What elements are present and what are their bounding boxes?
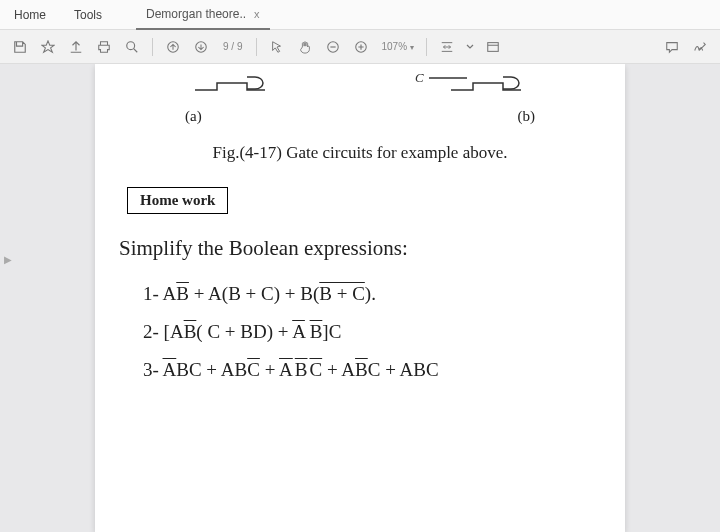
page-down-icon[interactable] [189, 35, 213, 59]
circuit-a [155, 64, 315, 94]
expression-2: 2- [AB( C + BD) + A B]C [143, 313, 605, 351]
text: + A(B + C) + B( [189, 283, 319, 304]
text: 1- A [143, 283, 176, 304]
overline: B [355, 359, 368, 380]
circuit-b: C [405, 64, 565, 94]
separator [426, 38, 427, 56]
overline: B [176, 283, 189, 304]
document-page: C (a) (b) Fig.(4-17) Gate circuits for e… [95, 64, 625, 532]
expression-3: 3- ABC + ABC + A B C + ABC + ABC [143, 351, 605, 389]
figure-label-b: (b) [518, 108, 536, 125]
overline: B [310, 321, 323, 342]
toolbar: 9 / 9 107% ▾ [0, 30, 720, 64]
comment-icon[interactable] [660, 35, 684, 59]
text: + A [322, 359, 355, 380]
overline: A [163, 359, 177, 380]
read-mode-icon[interactable] [481, 35, 505, 59]
separator [152, 38, 153, 56]
homework-box: Home work [127, 187, 228, 214]
text: 3- [143, 359, 163, 380]
overline: A [292, 321, 305, 342]
page-sep: / [231, 41, 234, 52]
separator [256, 38, 257, 56]
text: C + ABC [368, 359, 439, 380]
fit-width-icon[interactable] [435, 35, 459, 59]
zoom-value: 107% [381, 41, 407, 52]
expression-1: 1- AB + A(B + C) + B(B + C). [143, 275, 605, 313]
search-icon[interactable] [120, 35, 144, 59]
text: BC + AB [176, 359, 247, 380]
close-icon[interactable]: x [254, 8, 260, 20]
svg-point-0 [127, 41, 135, 49]
menu-home[interactable]: Home [0, 8, 60, 22]
circuit-figures: C [115, 64, 605, 98]
print-icon[interactable] [92, 35, 116, 59]
figure-caption: Fig.(4-17) Gate circuits for example abo… [115, 143, 605, 163]
save-icon[interactable] [8, 35, 32, 59]
text: 2- [A [143, 321, 184, 342]
page-indicator: 9 / 9 [217, 41, 248, 52]
section-heading: Simplify the Boolean expressions: [119, 236, 605, 261]
zoom-level[interactable]: 107% ▾ [377, 41, 417, 52]
sign-icon[interactable] [688, 35, 712, 59]
overline: A [279, 359, 293, 380]
select-tool-icon[interactable] [265, 35, 289, 59]
star-icon[interactable] [36, 35, 60, 59]
page-up-icon[interactable] [161, 35, 185, 59]
document-tab[interactable]: Demorgan theore.. x [136, 0, 270, 30]
text: ( C + BD) + [196, 321, 292, 342]
page-current[interactable]: 9 [223, 41, 229, 52]
text: + [260, 359, 279, 380]
svg-text:C: C [415, 70, 424, 85]
document-viewer: ▶ C [0, 64, 720, 532]
overline: C [309, 359, 322, 380]
text: ). [365, 283, 376, 304]
overline: B [184, 321, 197, 342]
figure-labels: (a) (b) [115, 98, 605, 125]
text: ]C [322, 321, 341, 342]
chevron-down-icon: ▾ [410, 43, 414, 52]
expression-list: 1- AB + A(B + C) + B(B + C). 2- [AB( C +… [115, 275, 605, 389]
overline: B [295, 359, 308, 380]
zoom-in-icon[interactable] [349, 35, 373, 59]
chevron-down-icon[interactable] [463, 35, 477, 59]
overline: C [247, 359, 260, 380]
overline: B + C [319, 283, 365, 304]
svg-rect-5 [488, 42, 499, 51]
zoom-out-icon[interactable] [321, 35, 345, 59]
figure-label-a: (a) [185, 108, 202, 125]
page-total: 9 [237, 41, 243, 52]
hand-tool-icon[interactable] [293, 35, 317, 59]
upload-icon[interactable] [64, 35, 88, 59]
document-tab-title: Demorgan theore.. [146, 7, 246, 21]
sidebar-toggle-icon[interactable]: ▶ [4, 254, 12, 265]
menu-tools[interactable]: Tools [60, 8, 116, 22]
